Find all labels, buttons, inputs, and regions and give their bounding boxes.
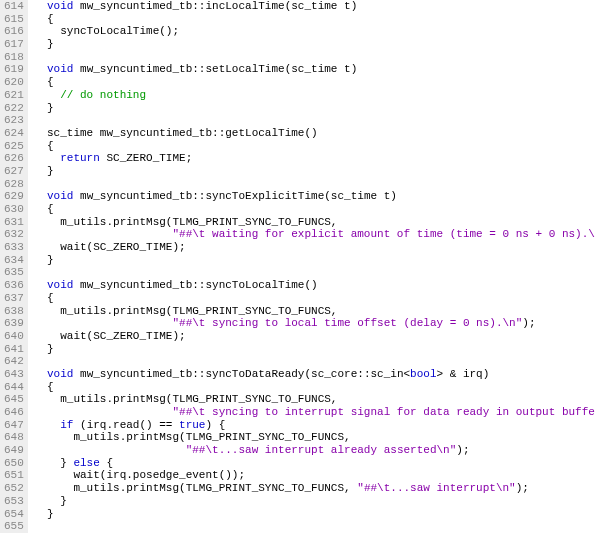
code-line: { (34, 76, 595, 89)
code-line: } (34, 38, 595, 51)
code-line: if (irq.read() == true) { (34, 419, 595, 432)
line-number: 654 (4, 508, 24, 521)
line-number: 649 (4, 444, 24, 457)
code-line: wait(SC_ZERO_TIME); (34, 330, 595, 343)
code-line: void mw_syncuntimed_tb::syncToDataReady(… (34, 368, 595, 381)
line-number: 619 (4, 63, 24, 76)
line-number: 628 (4, 178, 24, 191)
code-area: void mw_syncuntimed_tb::incLocalTime(sc_… (28, 0, 595, 533)
code-line: void mw_syncuntimed_tb::setLocalTime(sc_… (34, 63, 595, 76)
line-number: 616 (4, 25, 24, 38)
code-line: } (34, 508, 595, 521)
line-number: 645 (4, 393, 24, 406)
code-line: void mw_syncuntimed_tb::syncToExplicitTi… (34, 190, 595, 203)
code-line (34, 520, 595, 533)
line-number: 648 (4, 431, 24, 444)
line-number: 618 (4, 51, 24, 64)
code-line: } (34, 495, 595, 508)
code-line: { (34, 381, 595, 394)
code-line: void mw_syncuntimed_tb::incLocalTime(sc_… (34, 0, 595, 13)
line-number: 652 (4, 482, 24, 495)
code-line: return SC_ZERO_TIME; (34, 152, 595, 165)
line-number: 615 (4, 13, 24, 26)
code-line: "##\t...saw interrupt already asserted\n… (34, 444, 595, 457)
line-number: 638 (4, 305, 24, 318)
line-number: 642 (4, 355, 24, 368)
code-line: m_utils.printMsg(TLMG_PRINT_SYNC_TO_FUNC… (34, 305, 595, 318)
code-line: // do nothing (34, 89, 595, 102)
line-number: 625 (4, 140, 24, 153)
line-number: 643 (4, 368, 24, 381)
code-line (34, 266, 595, 279)
line-number: 626 (4, 152, 24, 165)
line-number: 641 (4, 343, 24, 356)
line-number: 651 (4, 469, 24, 482)
code-line: { (34, 292, 595, 305)
code-line (34, 51, 595, 64)
line-number: 627 (4, 165, 24, 178)
code-line: syncToLocalTime(); (34, 25, 595, 38)
line-number: 617 (4, 38, 24, 51)
code-line (34, 114, 595, 127)
line-number: 640 (4, 330, 24, 343)
line-number-gutter: 6146156166176186196206216226236246256266… (0, 0, 28, 533)
line-number: 632 (4, 228, 24, 241)
line-number: 653 (4, 495, 24, 508)
code-line: { (34, 13, 595, 26)
code-editor: 6146156166176186196206216226236246256266… (0, 0, 595, 533)
line-number: 655 (4, 520, 24, 533)
code-line: wait(irq.posedge_event()); (34, 469, 595, 482)
code-line: wait(SC_ZERO_TIME); (34, 241, 595, 254)
code-line: m_utils.printMsg(TLMG_PRINT_SYNC_TO_FUNC… (34, 431, 595, 444)
code-line: } else { (34, 457, 595, 470)
line-number: 623 (4, 114, 24, 127)
line-number: 634 (4, 254, 24, 267)
code-line (34, 355, 595, 368)
line-number: 614 (4, 0, 24, 13)
line-number: 624 (4, 127, 24, 140)
code-line: m_utils.printMsg(TLMG_PRINT_SYNC_TO_FUNC… (34, 393, 595, 406)
code-line: } (34, 102, 595, 115)
line-number: 621 (4, 89, 24, 102)
line-number: 629 (4, 190, 24, 203)
line-number: 637 (4, 292, 24, 305)
code-line: void mw_syncuntimed_tb::syncToLocalTime(… (34, 279, 595, 292)
line-number: 622 (4, 102, 24, 115)
code-line: "##\t syncing to interrupt signal for da… (34, 406, 595, 419)
line-number: 633 (4, 241, 24, 254)
line-number: 635 (4, 266, 24, 279)
code-line: { (34, 140, 595, 153)
code-line: "##\t waiting for explicit amount of tim… (34, 228, 595, 241)
line-number: 631 (4, 216, 24, 229)
line-number: 630 (4, 203, 24, 216)
line-number: 639 (4, 317, 24, 330)
line-number: 644 (4, 381, 24, 394)
code-line: { (34, 203, 595, 216)
code-line: m_utils.printMsg(TLMG_PRINT_SYNC_TO_FUNC… (34, 482, 595, 495)
line-number: 647 (4, 419, 24, 432)
code-line (34, 178, 595, 191)
code-line: m_utils.printMsg(TLMG_PRINT_SYNC_TO_FUNC… (34, 216, 595, 229)
code-line: "##\t syncing to local time offset (dela… (34, 317, 595, 330)
code-line: sc_time mw_syncuntimed_tb::getLocalTime(… (34, 127, 595, 140)
line-number: 650 (4, 457, 24, 470)
code-line: } (34, 254, 595, 267)
line-number: 646 (4, 406, 24, 419)
line-number: 636 (4, 279, 24, 292)
line-number: 620 (4, 76, 24, 89)
code-line: } (34, 165, 595, 178)
code-line: } (34, 343, 595, 356)
